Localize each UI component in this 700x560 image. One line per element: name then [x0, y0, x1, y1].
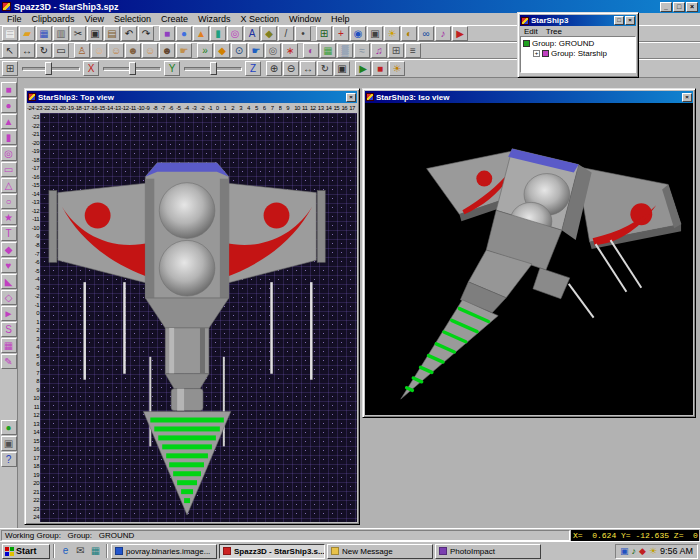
prim-pyramid-button[interactable]: △	[1, 178, 17, 193]
prim-wedge-button[interactable]: ◣	[1, 274, 17, 289]
top-view-window[interactable]: StarShip3: Top view × -24-23-22-21-20-19…	[24, 88, 360, 525]
tray-display-icon[interactable]: ▣	[620, 547, 629, 556]
avatar-head-1-button[interactable]: ☺	[91, 43, 107, 58]
menu-x-section[interactable]: X Section	[235, 14, 284, 24]
tree-menu-tree[interactable]: Tree	[542, 27, 566, 36]
iso-view-title-bar[interactable]: StarShip3: Iso view ×	[365, 91, 693, 103]
sound-2-button[interactable]: ♫	[371, 43, 387, 58]
background-node-button[interactable]: ▒	[337, 43, 353, 58]
iso-view-viewport[interactable]	[365, 103, 693, 415]
z-axis-button[interactable]: Z	[245, 61, 261, 76]
ground-sphere-button[interactable]: ●	[1, 420, 17, 435]
group-objects-button[interactable]: ⊞	[316, 26, 332, 41]
move-tool-button[interactable]: ↔	[19, 43, 35, 58]
touch-sensor-button[interactable]: ☛	[248, 43, 264, 58]
redo-button[interactable]: ↷	[138, 26, 154, 41]
start-button[interactable]: Start	[2, 544, 50, 559]
keyframe-button[interactable]: ◆	[214, 43, 230, 58]
create-cylinder-button[interactable]: ▮	[210, 26, 226, 41]
prim-arrow-button[interactable]: ►	[1, 306, 17, 321]
task-button-4[interactable]: PhotoImpact	[435, 544, 541, 559]
prim-cone-button[interactable]: ▲	[1, 114, 17, 129]
select-tool-button[interactable]: ↖	[2, 43, 18, 58]
menu-file[interactable]: File	[2, 14, 27, 24]
movie-node-button[interactable]: ▶	[452, 26, 468, 41]
prim-spring-button[interactable]: S	[1, 322, 17, 337]
cut-button[interactable]: ✂	[70, 26, 86, 41]
avatar-head-3-button[interactable]: ☻	[125, 43, 141, 58]
print-button[interactable]: ▥	[53, 26, 69, 41]
menu-clipboards[interactable]: Clipboards	[27, 14, 80, 24]
rotate-view-button[interactable]: ↻	[317, 61, 333, 76]
animation-track-button[interactable]: »	[197, 43, 213, 58]
menu-window[interactable]: Window	[284, 14, 326, 24]
y-axis-button[interactable]: Y	[164, 61, 180, 76]
x-rotation-slider-thumb[interactable]	[45, 62, 52, 75]
save-file-button[interactable]: ▦	[36, 26, 52, 41]
stop-animation-button[interactable]: ■	[372, 61, 388, 76]
scene-tree-window[interactable]: StarShip3 □ × EditTree Group: GROUND+Gro…	[517, 12, 639, 78]
play-animation-button[interactable]: ▶	[355, 61, 371, 76]
collision-node-button[interactable]: ∗	[282, 43, 298, 58]
prim-text-button[interactable]: T	[1, 226, 17, 241]
prim-ring-button[interactable]: ◇	[1, 290, 17, 305]
tree-window-title-bar[interactable]: StarShip3 □ ×	[520, 15, 636, 26]
iso-view-window[interactable]: StarShip3: Iso view ×	[362, 88, 696, 418]
iso-view-close-button[interactable]: ×	[682, 93, 692, 102]
y-rotation-slider-thumb[interactable]	[129, 62, 136, 75]
menu-selection[interactable]: Selection	[109, 14, 156, 24]
undo-button[interactable]: ↶	[121, 26, 137, 41]
menu-wizards[interactable]: Wizards	[193, 14, 236, 24]
quick-launch-mail[interactable]: ✉	[73, 544, 88, 558]
create-line-button[interactable]: /	[278, 26, 294, 41]
help-button[interactable]: ?	[1, 452, 17, 467]
x-rotation-slider[interactable]	[22, 61, 80, 76]
snapshot-button[interactable]: ▣	[1, 436, 17, 451]
snap-grid-toggle[interactable]: ⊞	[2, 61, 18, 76]
tree-maximize-button[interactable]: □	[614, 16, 624, 25]
create-sphere-button[interactable]: ●	[176, 26, 192, 41]
point-light-button[interactable]: ☀	[384, 26, 400, 41]
avatar-head-4-button[interactable]: ☺	[142, 43, 158, 58]
avatar-body-button[interactable]: ♙	[74, 43, 90, 58]
create-point-button[interactable]: •	[295, 26, 311, 41]
menu-view[interactable]: View	[80, 14, 109, 24]
top-view-title-bar[interactable]: StarShip3: Top view ×	[27, 91, 357, 103]
paste-button[interactable]: ▤	[104, 26, 120, 41]
y-rotation-slider[interactable]	[103, 61, 161, 76]
camera-button[interactable]: ▣	[367, 26, 383, 41]
create-cone-button[interactable]: ▲	[193, 26, 209, 41]
texture-editor-button[interactable]: ▦	[320, 43, 336, 58]
anchor-node-button[interactable]: ∞	[418, 26, 434, 41]
create-box-button[interactable]: ■	[159, 26, 175, 41]
quick-launch-desktop[interactable]: ▦	[88, 544, 103, 558]
avatar-head-5-button[interactable]: ☻	[159, 43, 175, 58]
prim-box-button[interactable]: ■	[1, 82, 17, 97]
new-file-button[interactable]: ▤	[2, 26, 18, 41]
task-button-1[interactable]: povray.binaries.image...	[111, 544, 217, 559]
prim-pen-button[interactable]: ✎	[1, 354, 17, 369]
zoom-in-button[interactable]: ⊕	[266, 61, 282, 76]
close-button[interactable]: ×	[686, 2, 698, 12]
create-text-button[interactable]: A	[244, 26, 260, 41]
create-face-button[interactable]: ◆	[261, 26, 277, 41]
tray-scheduler-icon[interactable]: ◆	[639, 547, 646, 556]
rotate-tool-button[interactable]: ↻	[36, 43, 52, 58]
prim-diamond-button[interactable]: ◆	[1, 242, 17, 257]
menu-create[interactable]: Create	[156, 14, 193, 24]
maximize-button[interactable]: □	[673, 2, 685, 12]
proximity-sensor-button[interactable]: ◎	[265, 43, 281, 58]
tree-close-button[interactable]: ×	[625, 16, 635, 25]
fog-node-button[interactable]: ≈	[354, 43, 370, 58]
prim-heart-button[interactable]: ♥	[1, 258, 17, 273]
prim-torus-button[interactable]: ◎	[1, 146, 17, 161]
top-view-viewport[interactable]	[40, 113, 357, 522]
x-axis-button[interactable]: X	[83, 61, 99, 76]
menu-help[interactable]: Help	[326, 14, 355, 24]
copy-button[interactable]: ▣	[87, 26, 103, 41]
prim-sphere-button[interactable]: ●	[1, 98, 17, 113]
avatar-head-2-button[interactable]: ☺	[108, 43, 124, 58]
spot-light-button[interactable]: ◐	[401, 26, 417, 41]
tree-expander-icon[interactable]: +	[533, 50, 540, 57]
quick-launch-browser[interactable]: e	[58, 544, 73, 558]
